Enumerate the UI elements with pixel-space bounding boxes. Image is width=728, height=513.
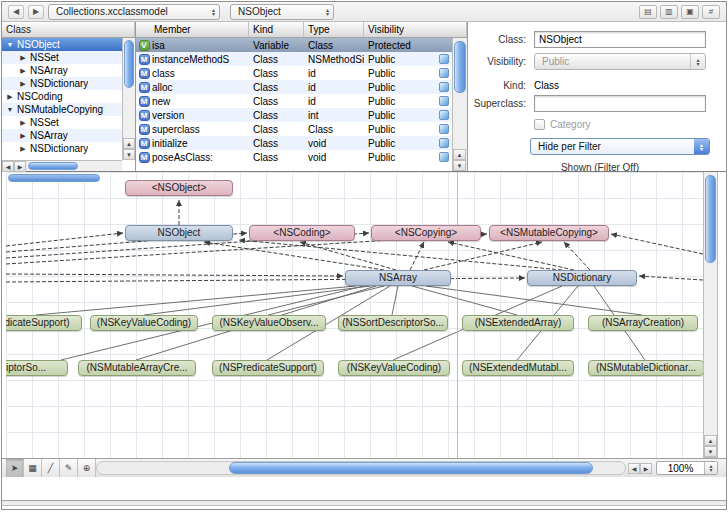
hash-icon-button[interactable]: # bbox=[702, 5, 720, 19]
file-popup[interactable]: Collections.xcclassmodel bbox=[48, 4, 220, 20]
class-tree-item[interactable]: ▶NSSet bbox=[2, 116, 122, 129]
visibility-field-label: Visibility: bbox=[468, 53, 526, 70]
class-column-header[interactable]: Class bbox=[2, 22, 135, 37]
member-row[interactable]: MclassClassidPublic bbox=[136, 66, 452, 80]
scroll-left-icon[interactable]: ◀ bbox=[2, 161, 14, 172]
member-column-header[interactable]: Member bbox=[136, 22, 249, 37]
scroll-down-icon[interactable]: ▼ bbox=[704, 446, 717, 457]
class-list-vscroll-thumb[interactable] bbox=[124, 40, 134, 88]
class-tree-item[interactable]: ▶NSArray bbox=[2, 129, 122, 142]
member-table-vscrollbar[interactable]: ▲ ▼ bbox=[452, 38, 467, 171]
type-column-header[interactable]: Type bbox=[304, 22, 364, 37]
class-list-hscroll-thumb[interactable] bbox=[28, 162, 78, 170]
member-row[interactable]: MinitializeClassvoidPublic bbox=[136, 136, 452, 150]
class-tree-item[interactable]: ▶NSDictionary bbox=[2, 77, 122, 90]
member-visibility: Public bbox=[364, 96, 439, 107]
forward-button[interactable]: ▶ bbox=[28, 5, 44, 19]
columns-icon-button[interactable]: ▥ bbox=[660, 5, 678, 19]
method-badge-icon: M bbox=[139, 82, 150, 93]
class-list-vscrollbar[interactable]: ▲ ▼ bbox=[122, 38, 135, 160]
class-list-hscrollbar[interactable]: ◀ ▶ bbox=[2, 160, 122, 171]
diagram-node[interactable]: NSArray bbox=[345, 270, 451, 286]
diagram-node[interactable]: (NSMutableDictionar... bbox=[588, 360, 703, 376]
diagram-node[interactable]: DescriptorSo... bbox=[6, 360, 68, 376]
scroll-left-icon[interactable]: ◀ bbox=[628, 463, 640, 474]
line-tool-button[interactable]: ╱ bbox=[42, 459, 60, 477]
scroll-up-icon[interactable]: ▲ bbox=[453, 149, 466, 160]
diagram-node[interactable]: (NSSortDescriptorSo... bbox=[338, 315, 448, 331]
disclosure-triangle-icon[interactable]: ▼ bbox=[6, 41, 14, 48]
diagram-node[interactable]: (NSKeyValueCoding) bbox=[338, 360, 450, 376]
diagram-node[interactable]: <NSCopying> bbox=[371, 225, 481, 241]
diagram-node[interactable]: (NSExtendedArray) bbox=[462, 315, 574, 331]
popup-arrows-icon bbox=[700, 143, 703, 151]
category-checkbox[interactable] bbox=[534, 119, 545, 130]
superclass-field[interactable] bbox=[534, 95, 706, 112]
diagram-node[interactable]: <NSMutableCopying> bbox=[489, 225, 609, 241]
diagram-canvas[interactable]: <NSObject>NSObject<NSCoding><NSCopying><… bbox=[6, 172, 703, 458]
diagram-node[interactable]: NSDictionary bbox=[527, 270, 637, 286]
back-button[interactable]: ◀ bbox=[8, 5, 24, 19]
member-table-vscroll-thumb[interactable] bbox=[454, 41, 466, 93]
class-tree-item[interactable]: ▼NSMutableCopying bbox=[2, 103, 122, 116]
rows-icon-button[interactable]: ▤ bbox=[639, 5, 657, 19]
diagram-node[interactable]: (NSPredicateSupport) bbox=[212, 360, 324, 376]
canvas-hscrollbar[interactable] bbox=[96, 461, 626, 475]
member-name: class bbox=[152, 68, 249, 79]
filled-square-icon-button[interactable]: ▣ bbox=[681, 5, 699, 19]
class-popup[interactable]: NSObject bbox=[230, 4, 334, 20]
diagram-node[interactable]: (NSExtendedMutabl... bbox=[462, 360, 574, 376]
member-row[interactable]: MposeAsClass:ClassvoidPublic bbox=[136, 150, 452, 164]
class-tree-item[interactable]: ▶NSCoding bbox=[2, 90, 122, 103]
zoom-tool-button[interactable]: ⊕ bbox=[78, 459, 96, 477]
disclosure-triangle-icon[interactable]: ▶ bbox=[19, 80, 27, 88]
diagram-node[interactable]: <NSObject> bbox=[125, 180, 233, 196]
disclosure-triangle-icon[interactable]: ▶ bbox=[19, 119, 27, 127]
visibility-popup[interactable]: Public bbox=[534, 53, 706, 70]
class-tree-item[interactable]: ▶NSDictionary bbox=[2, 142, 122, 155]
diagram-node[interactable]: (NSKeyValueCoding) bbox=[90, 315, 198, 331]
scroll-right-icon[interactable]: ▶ bbox=[640, 463, 652, 474]
disclosure-triangle-icon[interactable]: ▶ bbox=[6, 93, 14, 101]
scroll-right-icon[interactable]: ▶ bbox=[14, 161, 26, 172]
diagram-node[interactable]: (NSKeyValueObserv... bbox=[212, 315, 326, 331]
pointer-tool-button[interactable]: ➤ bbox=[6, 459, 24, 477]
canvas-vscrollbar[interactable]: ▲ ▼ bbox=[703, 172, 718, 458]
filter-popup[interactable]: Hide per Filter bbox=[530, 138, 710, 155]
disclosure-triangle-icon[interactable]: ▼ bbox=[6, 106, 14, 113]
zoom-control[interactable]: 100% bbox=[656, 461, 718, 475]
diagram-node[interactable]: dicateSupport) bbox=[6, 315, 82, 331]
member-row[interactable]: MallocClassidPublic bbox=[136, 80, 452, 94]
toolbar-right-buttons: ▤▥▣# bbox=[639, 5, 720, 19]
disclosure-triangle-icon[interactable]: ▶ bbox=[19, 132, 27, 140]
member-row[interactable]: MnewClassidPublic bbox=[136, 94, 452, 108]
kind-column-header[interactable]: Kind bbox=[249, 22, 304, 37]
class-tree-item[interactable]: ▶NSSet bbox=[2, 51, 122, 64]
diagram-node[interactable]: <NSCoding> bbox=[249, 225, 355, 241]
diagram-node[interactable]: NSObject bbox=[125, 225, 233, 241]
disclosure-triangle-icon[interactable]: ▶ bbox=[19, 67, 27, 75]
class-tree-item[interactable]: ▶NSArray bbox=[2, 64, 122, 77]
diagram-node[interactable]: (NSMutableArrayCre... bbox=[78, 360, 196, 376]
member-row[interactable]: MinstanceMethodSClassNSMethodSiPublic bbox=[136, 52, 452, 66]
member-row[interactable]: MsuperclassClassClassPublic bbox=[136, 122, 452, 136]
diagram-node[interactable]: (NSArrayCreation) bbox=[588, 315, 698, 331]
disclosure-triangle-icon[interactable]: ▶ bbox=[19, 145, 27, 153]
disclosure-triangle-icon[interactable]: ▶ bbox=[19, 54, 27, 62]
scroll-up-icon[interactable]: ▲ bbox=[123, 138, 135, 149]
zoom-stepper[interactable] bbox=[704, 462, 717, 474]
grid-tool-button[interactable]: ▦ bbox=[24, 459, 42, 477]
scroll-down-icon[interactable]: ▼ bbox=[123, 149, 135, 160]
visibility-column-header[interactable]: Visibility bbox=[364, 22, 467, 37]
member-row[interactable]: VisaVariableClassProtected bbox=[136, 38, 452, 52]
canvas-hscroll-thumb[interactable] bbox=[229, 462, 593, 474]
scroll-down-icon[interactable]: ▼ bbox=[453, 160, 466, 171]
member-row[interactable]: MversionClassintPublic bbox=[136, 108, 452, 122]
stepper-arrows-icon bbox=[709, 464, 712, 472]
pencil-tool-button[interactable]: ✎ bbox=[60, 459, 78, 477]
canvas-vscroll-thumb[interactable] bbox=[705, 175, 716, 263]
class-field[interactable]: NSObject bbox=[534, 31, 706, 48]
class-tree-item[interactable]: ▼NSObject bbox=[2, 38, 122, 51]
scroll-up-icon[interactable]: ▲ bbox=[704, 435, 717, 446]
canvas-top-scrollbar-thumb[interactable] bbox=[8, 174, 100, 182]
